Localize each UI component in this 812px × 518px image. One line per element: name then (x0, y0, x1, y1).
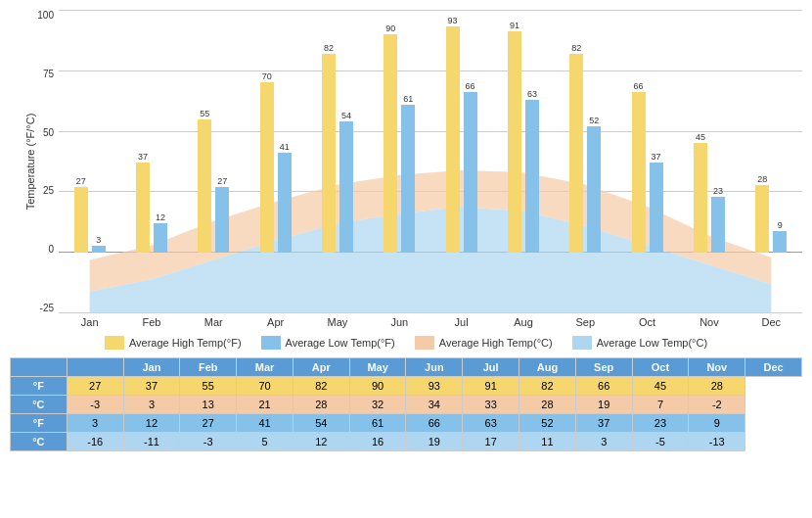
label-lowF-jul: 66 (464, 81, 477, 91)
legend-item-lowF: Average Low Temp(°F) (261, 336, 395, 350)
bar-lowF-apr (278, 153, 292, 253)
main-container: 100 75 50 25 0 -25 Temperature (°F/°C) (0, 0, 812, 451)
x-label-jan: Jan (59, 313, 120, 328)
bar-lowF-jan (92, 246, 106, 253)
bars-layer: 2733712552770418254906193669163825266374… (59, 10, 802, 313)
table-cell-2-8: 52 (519, 414, 576, 433)
month-group-feb: 3712 (120, 10, 182, 313)
x-label-dec: Dec (741, 313, 802, 328)
bar-lowF-may (339, 121, 353, 253)
y-label-100: 100 (37, 10, 54, 21)
x-label-aug: Aug (492, 313, 554, 328)
table-cell-2-1: 12 (123, 414, 180, 433)
table-header-oct: Oct (632, 358, 689, 377)
month-group-jan: 273 (59, 10, 120, 313)
table-cell-1-3: 21 (237, 396, 293, 414)
x-axis: JanFebMarAprMayJunJulAugSepOctNovDec (59, 313, 802, 328)
label-lowF-apr: 41 (278, 142, 292, 152)
label-highF-apr: 70 (260, 71, 274, 81)
legend-item-highF: Average High Temp(°F) (105, 336, 242, 350)
label-lowF-jun: 61 (401, 94, 415, 104)
bar-lowF-aug (525, 100, 539, 253)
table-cell-0-3: 70 (237, 377, 293, 396)
table-header-may: May (349, 358, 406, 377)
bar-highF-sep (569, 54, 583, 253)
month-group-may: 8254 (306, 10, 368, 313)
table-row-0: °F273755708290939182664528 (11, 377, 802, 396)
label-lowF-sep: 52 (587, 116, 601, 125)
bar-lowF-jun (401, 105, 415, 253)
y-axis: 100 75 50 25 0 -25 Temperature (°F/°C) (10, 10, 59, 313)
table-empty-header (67, 358, 123, 377)
label-highF-may: 82 (322, 43, 336, 53)
legend: Average High Temp(°F) Average Low Temp(°… (10, 336, 802, 350)
legend-box-highC (415, 336, 434, 350)
table-cell-2-2: 27 (180, 414, 237, 433)
x-label-may: May (306, 313, 368, 328)
table-cell-1-11: -2 (689, 396, 745, 414)
bar-highF-jul (446, 26, 460, 253)
table-cell-0-1: 37 (123, 377, 180, 396)
legend-box-highF (105, 336, 124, 350)
bar-highF-feb (136, 163, 150, 253)
table-cell-2-9: 37 (575, 414, 632, 433)
table-cell-3-6: 19 (406, 433, 463, 451)
legend-box-lowF (261, 336, 281, 350)
table-cell-2-6: 66 (406, 414, 463, 433)
month-group-sep: 8252 (555, 10, 616, 313)
bar-highF-jan (74, 187, 88, 253)
bar-lowF-dec (773, 231, 787, 253)
table-cell-3-5: 16 (349, 433, 406, 451)
month-group-oct: 6637 (616, 10, 678, 313)
table-cell-1-4: 28 (293, 396, 349, 414)
table-cell-2-11: 9 (689, 414, 745, 433)
table-cell-0-4: 82 (293, 377, 349, 396)
table-cell-3-3: 5 (237, 433, 293, 451)
table-cell-3-2: -3 (180, 433, 237, 451)
y-label-0: 0 (48, 244, 54, 255)
table-cell-3-8: 11 (519, 433, 576, 451)
table-cell-0-10: 45 (632, 377, 689, 396)
x-label-feb: Feb (120, 313, 182, 328)
month-group-mar: 5527 (183, 10, 245, 313)
table-unit-2: °F (11, 414, 68, 433)
month-group-jun: 9061 (369, 10, 430, 313)
table-cell-2-5: 61 (349, 414, 406, 433)
x-label-nov: Nov (678, 313, 740, 328)
legend-label-lowC: Average Low Temp(°C) (597, 337, 707, 349)
table-cell-3-1: -11 (123, 433, 180, 451)
y-axis-title: Temperature (°F/°C) (24, 114, 36, 211)
label-highF-jul: 93 (446, 16, 460, 25)
table-cell-1-1: 3 (123, 396, 180, 414)
table-cell-1-10: 7 (632, 396, 689, 414)
unit-header-cell (11, 358, 68, 377)
table-header-mar: Mar (237, 358, 293, 377)
month-group-nov: 4523 (678, 10, 740, 313)
table-header-jul: Jul (463, 358, 519, 377)
table-cell-0-2: 55 (180, 377, 237, 396)
table-cell-2-0: 3 (67, 414, 123, 433)
table-cell-0-0: 27 (67, 377, 123, 396)
table-cell-3-11: -13 (689, 433, 745, 451)
table-header-jun: Jun (406, 358, 463, 377)
label-lowF-dec: 9 (773, 220, 787, 230)
table-cell-0-6: 93 (406, 377, 463, 396)
table-header-apr: Apr (293, 358, 349, 377)
table-row-1: °C-3313212832343328197-2 (11, 396, 802, 414)
bar-highF-mar (198, 119, 211, 253)
bar-lowF-feb (154, 223, 167, 253)
bar-highF-may (322, 54, 336, 253)
label-highF-sep: 82 (569, 43, 583, 53)
table-header-sep: Sep (575, 358, 632, 377)
table-header-dec: Dec (745, 358, 802, 377)
x-label-jun: Jun (369, 313, 430, 328)
bar-highF-aug (508, 31, 521, 253)
table-unit-0: °F (11, 377, 68, 396)
bar-lowF-oct (650, 163, 663, 253)
bar-highF-nov (694, 143, 707, 253)
table-cell-3-10: -5 (632, 433, 689, 451)
bar-highF-apr (260, 82, 274, 253)
data-table: JanFebMarAprMayJunJulAugSepOctNovDec °F2… (10, 357, 802, 451)
label-lowF-may: 54 (339, 111, 353, 120)
table-cell-3-9: 3 (575, 433, 632, 451)
